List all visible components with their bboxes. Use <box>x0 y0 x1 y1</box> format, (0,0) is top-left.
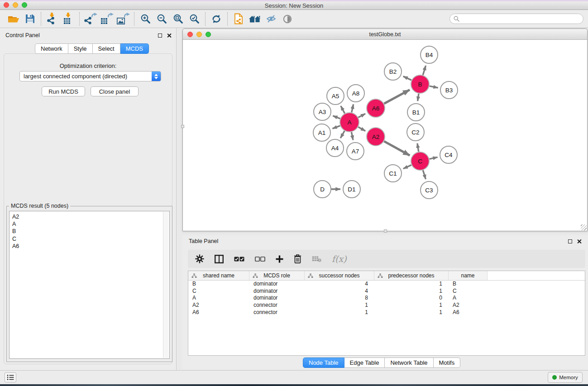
graph-edge[interactable] <box>430 157 438 159</box>
table-row[interactable]: Adominator80A <box>188 295 585 302</box>
table-row[interactable]: A6connector11A6 <box>188 309 585 316</box>
graph-edge[interactable] <box>384 141 410 155</box>
tab-motifs[interactable]: Motifs <box>434 357 461 368</box>
graph-edge[interactable] <box>340 131 344 138</box>
graph-node-A6[interactable]: A6 <box>367 99 385 117</box>
graph-node-D[interactable]: D <box>314 181 331 198</box>
graph-edge[interactable] <box>352 104 354 112</box>
search-field[interactable] <box>449 14 583 24</box>
table-row[interactable]: A2connector11A2 <box>188 302 585 309</box>
zoom-selected-button[interactable] <box>186 11 202 27</box>
float-panel-icon[interactable] <box>568 239 572 243</box>
mcds-result-item[interactable]: A6 <box>12 243 167 250</box>
graph-node-D1[interactable]: D1 <box>343 181 360 198</box>
tab-mcds[interactable]: MCDS <box>120 43 149 54</box>
disable-all-columns-button[interactable] <box>255 257 265 262</box>
close-panel-icon[interactable] <box>167 33 172 38</box>
graph-node-B2[interactable]: B2 <box>384 63 402 80</box>
export-network-button[interactable] <box>82 11 99 27</box>
graph-edge[interactable] <box>332 126 340 129</box>
table-cell[interactable]: 1 <box>374 309 449 316</box>
minimize-window-button[interactable] <box>13 2 18 8</box>
table-cell[interactable]: connector <box>249 309 305 316</box>
graph-edge[interactable] <box>403 76 411 81</box>
graph-edge[interactable] <box>384 90 410 104</box>
delete-columns-button[interactable] <box>294 254 301 263</box>
graph-node-A4[interactable]: A4 <box>326 139 344 157</box>
open-session-button[interactable] <box>5 11 22 27</box>
mcds-result-list[interactable]: A2ABCA6 <box>9 211 170 359</box>
table-row[interactable]: Bdominator41B <box>188 281 585 288</box>
scrollbar[interactable] <box>163 212 169 358</box>
graph-node-C3[interactable]: C3 <box>421 181 438 199</box>
network-snapshot-button[interactable] <box>230 11 247 27</box>
mcds-result-item[interactable]: A2 <box>12 213 167 220</box>
optimization-criterion-select[interactable]: largest connected component (directed) <box>19 71 161 81</box>
table-cell[interactable]: 8 <box>305 295 374 302</box>
graph-edge[interactable] <box>341 106 345 114</box>
minimize-network-button[interactable] <box>196 32 202 37</box>
hide-graphics-details-button[interactable] <box>263 11 279 27</box>
network-view[interactable]: AA1A2A3A4A5A6A7A8BB1B2B3B4CC1C2C3C4DD1 <box>183 40 587 231</box>
column-header-mcds-role[interactable]: MCDS role <box>249 271 305 280</box>
graph-edge[interactable] <box>358 114 365 117</box>
zoom-window-button[interactable] <box>22 2 27 8</box>
network-graph[interactable]: AA1A2A3A4A5A6A7A8BB1B2B3B4CC1C2C3C4DD1 <box>183 40 587 231</box>
mcds-result-item[interactable]: B <box>12 228 167 235</box>
column-header-shared-name[interactable]: shared name <box>188 271 249 280</box>
zoom-network-button[interactable] <box>206 32 211 37</box>
table-cell[interactable]: A <box>188 295 249 302</box>
graph-edge[interactable] <box>333 116 340 119</box>
create-new-column-button[interactable] <box>276 255 283 263</box>
table-cell[interactable]: A6 <box>188 309 249 316</box>
graph-node-B1[interactable]: B1 <box>407 104 425 121</box>
table-cell[interactable]: 1 <box>305 302 374 309</box>
frame-resize-handle[interactable] <box>181 125 184 128</box>
close-panel-icon[interactable] <box>577 239 582 244</box>
table-cell[interactable]: dominator <box>249 295 305 302</box>
table-cell[interactable]: B <box>449 281 488 288</box>
table-body[interactable]: Bdominator41BCdominator41CAdominator80AA… <box>188 281 585 316</box>
import-table-button[interactable] <box>60 11 76 27</box>
graph-edge[interactable] <box>430 86 438 88</box>
export-table-button[interactable] <box>99 11 115 27</box>
graph-edge[interactable] <box>423 170 425 179</box>
graph-edge[interactable] <box>351 132 353 140</box>
network-window-titlebar[interactable]: testGlobe.txt <box>183 29 587 40</box>
graph-node-C2[interactable]: C2 <box>407 124 424 141</box>
table-cell[interactable]: B <box>188 281 249 288</box>
graph-edge[interactable] <box>417 143 419 152</box>
run-mcds-button[interactable]: Run MCDS <box>42 86 85 96</box>
task-history-button[interactable] <box>5 372 16 382</box>
graph-node-A2[interactable]: A2 <box>367 128 385 146</box>
node-table[interactable]: shared name MCDS role successor nodes pr… <box>188 271 585 356</box>
table-cell[interactable]: A2 <box>188 302 249 309</box>
graph-node-A8[interactable]: A8 <box>347 85 364 102</box>
home-button[interactable] <box>247 11 263 27</box>
frame-resize-handle[interactable] <box>384 229 387 233</box>
search-input[interactable] <box>461 15 583 23</box>
graph-node-B4[interactable]: B4 <box>421 46 438 63</box>
graph-node-B3[interactable]: B3 <box>440 81 458 99</box>
graph-node-B[interactable]: B <box>411 75 429 93</box>
zoom-in-button[interactable] <box>137 11 153 27</box>
table-cell[interactable]: connector <box>249 302 305 309</box>
graph-node-C4[interactable]: C4 <box>440 146 457 163</box>
frame-resize-grip[interactable] <box>581 224 587 230</box>
zoom-fit-button[interactable] <box>170 11 186 27</box>
graph-node-C[interactable]: C <box>411 152 429 170</box>
tab-node-table[interactable]: Node Table <box>303 357 344 368</box>
graph-node-A1[interactable]: A1 <box>313 124 330 141</box>
table-cell[interactable]: 1 <box>305 309 374 316</box>
close-panel-button[interactable]: Close panel <box>91 86 139 96</box>
refresh-view-button[interactable] <box>208 11 225 27</box>
mcds-result-item[interactable]: A <box>12 220 167 228</box>
graph-node-A5[interactable]: A5 <box>327 87 344 105</box>
graph-edge[interactable] <box>358 127 365 131</box>
tab-network[interactable]: Network <box>35 43 68 54</box>
table-cell[interactable]: dominator <box>249 281 305 288</box>
table-row[interactable]: Cdominator41C <box>188 288 585 295</box>
tab-style[interactable]: Style <box>68 43 93 54</box>
table-cell[interactable]: C <box>449 288 488 295</box>
table-cell[interactable]: 1 <box>374 288 449 295</box>
